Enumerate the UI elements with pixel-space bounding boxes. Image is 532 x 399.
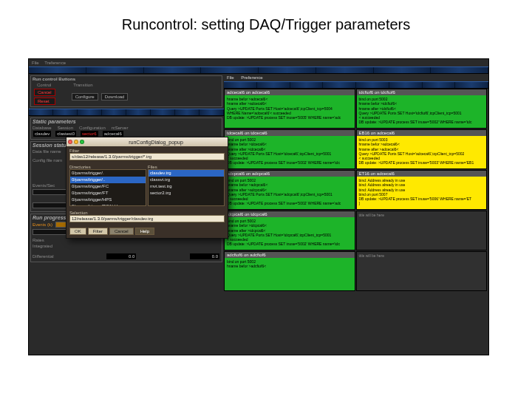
download-button[interactable]: Download [101, 93, 129, 100]
transition-label: Transition [73, 83, 92, 87]
data-file-label: Data file name [33, 149, 61, 154]
list-item[interactable]: 0/parms/trigger/FC [70, 183, 146, 190]
integrated-label: Integrated [33, 244, 52, 248]
terminal-body: bind on port 5002 hname befor >tdcecal6<… [225, 136, 355, 168]
terminal-body: bind on port 5002 hname befor >adcftof6< [225, 258, 355, 290]
terminal-title: adcecal6 on adcecal6 [225, 89, 355, 95]
terminal-title: adcftof6 on adcftof6 [225, 252, 355, 258]
terminal-body: bind on port 5002 hname befor >adcpcal6<… [225, 177, 355, 209]
terminal-title: tdcecal6 on tdcecal6 [225, 130, 355, 136]
rate-zero2: 0.0 [190, 253, 219, 259]
list-item[interactable]: classvt.trg [149, 177, 224, 183]
configure-button[interactable]: Configure [72, 93, 98, 100]
terminal-body: hname befor >adcecal6< hname after >adce… [225, 95, 355, 128]
h-config: Configuration [79, 126, 106, 130]
config-file-label: Config file nam [33, 158, 62, 163]
cancel-button[interactable]: Cancel [34, 89, 55, 96]
terminal-2[interactable]: tdcecal6 on tdcecal6bind on port 5002 hn… [224, 129, 355, 169]
v-config: sector6 [81, 131, 98, 137]
terminal-1[interactable]: tdcftof6 on tdcftof6bind on port 5002 hn… [356, 89, 488, 129]
terminal-6[interactable]: tdcpcal6 on tdcpcal6bind on port 5002 hn… [224, 211, 355, 250]
h-database: Database [33, 126, 52, 130]
list-item[interactable]: 0/parms/trigger/FT [70, 190, 146, 197]
dialog-title: runConfigDialog_popup [86, 140, 226, 145]
events-sec-label: Events/Sec [33, 183, 55, 188]
app-window: File Treference Run control Buttons Cont… [28, 58, 489, 355]
list-item[interactable]: clasdev.trg [149, 170, 224, 177]
filter-input[interactable] [69, 153, 225, 160]
right-menu-preference[interactable]: Preference [241, 75, 262, 80]
runcontrol-panel: Run control Buttons Control Transition C… [30, 75, 222, 107]
menu-file[interactable]: File [32, 61, 39, 65]
dialog-cancel-button[interactable]: Cancel [109, 228, 134, 235]
terminal-title: adcpcal6 on adcpcal6 [225, 171, 355, 177]
terminal-4[interactable]: adcpcal6 on adcpcal6bind on port 5002 hn… [224, 170, 355, 210]
rack-strip-right [224, 81, 488, 89]
terminal-title: tdcpcal6 on tdcpcal6 [225, 211, 355, 217]
terminal-title: ET16 on adcecal6 [357, 171, 487, 177]
terminal-9[interactable]: title will be here [356, 251, 488, 291]
runcontrol-title: Run control Buttons [33, 77, 220, 81]
rack-strip-mid [29, 109, 224, 116]
help-button[interactable]: Help [135, 228, 154, 235]
terminal-title: EB16 on adcecal6 [357, 130, 487, 136]
dirs-listbox[interactable]: 0/parms/trigger/.0/parms/trigger/..0/par… [69, 169, 146, 206]
terminal-title: tdcftof6 on tdcftof6 [357, 89, 487, 95]
terminal-body: bind: Address already in use bind: Addre… [357, 177, 487, 209]
v-database: clasdev [33, 131, 51, 137]
h-session: Session [58, 126, 73, 130]
terminal-body: title will be here [357, 252, 487, 290]
terminal-body: bind on port 5003 hname befor >adcecal6<… [357, 136, 487, 168]
minimize-icon[interactable] [74, 140, 78, 144]
slide-title: Runcontrol: setting DAQ/Trigger paramete… [0, 0, 532, 33]
v-session: clastest0 [55, 131, 76, 137]
zoom-icon[interactable] [80, 140, 84, 144]
list-item[interactable]: 0/parms/trigger/HPS [70, 197, 146, 203]
h-rcserver: rcServer [112, 126, 129, 130]
selection-input[interactable] [69, 215, 225, 222]
rack-strip-top [29, 66, 488, 74]
filter-button[interactable]: Filter [88, 228, 108, 235]
list-item[interactable]: sector2.trg [149, 190, 224, 197]
terminal-0[interactable]: adcecal6 on adcecal6hname befor >adcecal… [224, 89, 355, 129]
terminal-8[interactable]: adcftof6 on adcftof6bind on port 5002 hn… [224, 251, 355, 291]
terminal-body: bind on port 5002 hname befor >tdcpcal6<… [225, 217, 355, 250]
list-item[interactable]: 0/parms/trigger/. [70, 170, 146, 177]
ok-button[interactable]: OK [69, 228, 86, 235]
main-menubar: File Treference [29, 59, 488, 66]
rate-zero1: 0.0 [106, 253, 136, 259]
close-icon[interactable] [68, 140, 72, 144]
terminal-3[interactable]: EB16 on adcecal6bind on port 5003 hname … [356, 129, 488, 169]
menu-reference[interactable]: Treference [44, 61, 66, 65]
list-item[interactable]: 0/parms/trigger/PCALU [70, 203, 146, 206]
control-label: Control [37, 83, 51, 87]
terminal-body: bind on port 5002 hname befor >tdcftof6<… [357, 95, 487, 128]
list-item[interactable]: 0/parms/trigger/.. [70, 177, 146, 183]
right-menu-file[interactable]: File [227, 75, 234, 80]
eventsk-label: Events (k) [33, 222, 52, 227]
static-title: Static parameters [33, 119, 220, 124]
file-dialog: runConfigDialog_popup Filter Directories… [66, 137, 228, 239]
reset-button[interactable]: Reset [34, 98, 55, 105]
terminal-body: title will be here [357, 211, 487, 250]
terminal-grid: adcecal6 on adcecal6hname befor >adcecal… [224, 89, 488, 291]
dialog-titlebar[interactable]: runConfigDialog_popup [66, 137, 228, 146]
terminal-7[interactable]: title will be here [356, 211, 488, 250]
terminal-5[interactable]: ET16 on adcecal6bind: Address already in… [356, 170, 488, 210]
files-listbox[interactable]: clasdev.trgclassvt.trgmvt.test.trgsector… [148, 169, 225, 206]
v-rcserver: adcecal6 [103, 131, 123, 137]
right-column: File Preference adcecal6 on adcecal6hnam… [224, 74, 488, 355]
differential-label: Differential [33, 254, 54, 259]
right-menubar: File Preference [224, 74, 488, 81]
list-item[interactable]: mvt.test.trg [149, 183, 224, 190]
